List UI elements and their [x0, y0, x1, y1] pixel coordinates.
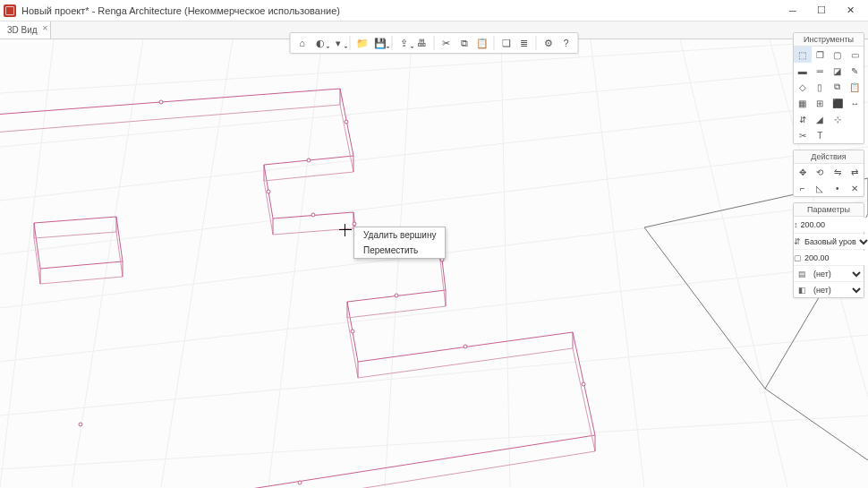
mirror-action-icon[interactable]: ⇋ [829, 164, 847, 180]
svg-line-12 [385, 39, 412, 487]
stairs-tool-icon[interactable]: ⇵ [794, 111, 812, 127]
trim-action-icon[interactable]: ⌐ [794, 180, 812, 196]
open-icon[interactable]: 📁 [354, 35, 370, 51]
rotate-action-icon[interactable]: ⟲ [812, 164, 830, 180]
ramp-tool-icon[interactable]: ◢ [812, 111, 830, 127]
svg-line-2 [0, 102, 868, 201]
svg-line-15 [680, 39, 787, 487]
top-toolbar: ⌂◐▾📁💾⇪🖶✂⧉📋❏≣⚙? [290, 32, 579, 54]
print-icon[interactable]: 🖶 [414, 35, 430, 51]
params-panel-title: Параметры [794, 203, 864, 217]
roof-tool-icon[interactable]: ◇ [794, 79, 812, 95]
blank-tool-1 [847, 111, 864, 127]
context-menu-item[interactable]: Переместить [354, 243, 445, 258]
grid-tool-icon[interactable]: ▦ [794, 95, 812, 111]
door-tool-icon[interactable]: ▯ [812, 79, 830, 95]
minimize-button[interactable]: ─ [779, 1, 807, 21]
cut-icon[interactable]: ✂ [438, 35, 455, 51]
group-icon[interactable]: ❏ [498, 35, 515, 51]
svg-line-13 [501, 39, 510, 487]
svg-line-7 [0, 415, 868, 469]
svg-point-37 [395, 294, 398, 297]
param-thickness-input[interactable] [802, 251, 868, 265]
settings-icon[interactable]: ⚙ [540, 35, 557, 51]
paste-icon[interactable]: 📋 [474, 35, 490, 51]
axis-tool-icon[interactable]: ⊹ [829, 111, 847, 127]
toolbar-separator [434, 36, 435, 50]
toggle-action-icon[interactable]: ⇄ [847, 164, 864, 180]
param-height-input[interactable] [798, 218, 869, 232]
cube-tool-icon[interactable]: ❐ [812, 47, 830, 63]
svg-point-38 [351, 330, 354, 333]
dot-action-icon[interactable]: • [829, 180, 847, 196]
move-action-icon[interactable]: ✥ [794, 164, 812, 180]
vis-icon[interactable]: ◐ [312, 35, 328, 51]
svg-line-1 [0, 66, 868, 147]
svg-point-31 [307, 158, 311, 162]
export-icon[interactable]: ⇪ [396, 35, 413, 51]
param-material-row: ▤(нет) [794, 265, 864, 281]
help-icon[interactable]: ? [558, 35, 574, 51]
dimension-tool-icon[interactable]: ↔ [847, 95, 864, 111]
slab-tool-icon[interactable]: ▬ [794, 63, 812, 79]
param-height-row: ↕мм [794, 217, 864, 233]
maximize-button[interactable]: ☐ [807, 1, 836, 21]
home-icon[interactable]: ⌂ [294, 35, 311, 51]
copy-tool-icon[interactable]: ⧉ [829, 79, 847, 95]
svg-line-47 [644, 227, 765, 389]
param-thickness-row: ▢мм [794, 249, 864, 265]
toolbar-separator [494, 36, 495, 50]
blank-tool-2 [829, 127, 847, 143]
extend-action-icon[interactable]: ◺ [812, 180, 830, 196]
param-material-icon: ▤ [794, 270, 810, 278]
viewport-3d[interactable] [0, 39, 868, 488]
svg-line-14 [591, 39, 644, 487]
section-tool-icon[interactable]: ✂ [794, 127, 812, 143]
wall-tool-icon[interactable]: ▢ [829, 47, 847, 63]
svg-point-29 [159, 100, 163, 104]
svg-line-8 [0, 39, 54, 487]
tools-panel: Инструменты ⬚❐▢▭▬═◪✎◇▯⧉📋▦⊞⬛↔⇵◢⊹✂T [793, 32, 864, 144]
param-thickness-icon: ▢ [794, 253, 802, 262]
copy-icon[interactable]: ⧉ [456, 35, 472, 51]
close-button[interactable]: ✕ [836, 1, 864, 21]
tab-close-icon[interactable]: ✕ [42, 24, 48, 32]
column-tool-icon[interactable]: ▭ [847, 47, 864, 63]
svg-point-33 [311, 213, 315, 217]
param-style-select[interactable]: (нет) [810, 283, 864, 297]
text-tool-icon[interactable]: T [812, 127, 830, 143]
viewport-canvas [0, 39, 868, 488]
tab-3d-view[interactable]: 3D Вид ✕ [0, 21, 51, 39]
titlebar: Новый проект* - Renga Architecture (Неко… [0, 0, 868, 21]
param-level-row: ⇵Базовый уров [794, 233, 864, 249]
param-level-select[interactable]: Базовый уров [801, 235, 868, 249]
toolbar-separator [536, 36, 537, 50]
right-panels: Инструменты ⬚❐▢▭▬═◪✎◇▯⧉📋▦⊞⬛↔⇵◢⊹✂T Действ… [793, 32, 864, 298]
svg-point-30 [345, 120, 348, 124]
layers-icon[interactable]: ≣ [516, 35, 532, 51]
tools-panel-title: Инструменты [794, 33, 864, 47]
beam-tool-icon[interactable]: ═ [812, 63, 830, 79]
tab-label: 3D Вид [7, 25, 38, 35]
delete-action-icon[interactable]: ✕ [847, 180, 864, 196]
param-style-icon: ◧ [794, 286, 810, 295]
eraser-tool-icon[interactable]: ◪ [829, 63, 847, 79]
edit-tool-icon[interactable]: ✎ [847, 63, 864, 79]
svg-point-42 [79, 423, 82, 426]
param-material-select[interactable]: (нет) [810, 267, 864, 281]
svg-point-41 [298, 481, 302, 484]
room-tool-icon[interactable]: ⬛ [829, 95, 847, 111]
paste-tool-icon[interactable]: 📋 [847, 79, 864, 95]
param-style-row: ◧(нет) [794, 281, 864, 297]
select-tool-icon[interactable]: ⬚ [794, 47, 812, 63]
window-title: Новый проект* - Renga Architecture (Неко… [21, 5, 340, 16]
app-logo-icon [4, 4, 16, 17]
blank-tool-3 [847, 127, 864, 143]
svg-line-49 [765, 389, 868, 460]
context-menu-item[interactable]: Удалить вершину [354, 227, 445, 243]
filter-icon[interactable]: ▾ [330, 35, 346, 51]
window-tool-icon[interactable]: ⊞ [812, 95, 830, 111]
actions-panel: Действия ✥⟲⇋⇄⌐◺•✕ [793, 150, 864, 197]
svg-point-34 [353, 222, 356, 226]
save-icon[interactable]: 💾 [372, 35, 388, 51]
